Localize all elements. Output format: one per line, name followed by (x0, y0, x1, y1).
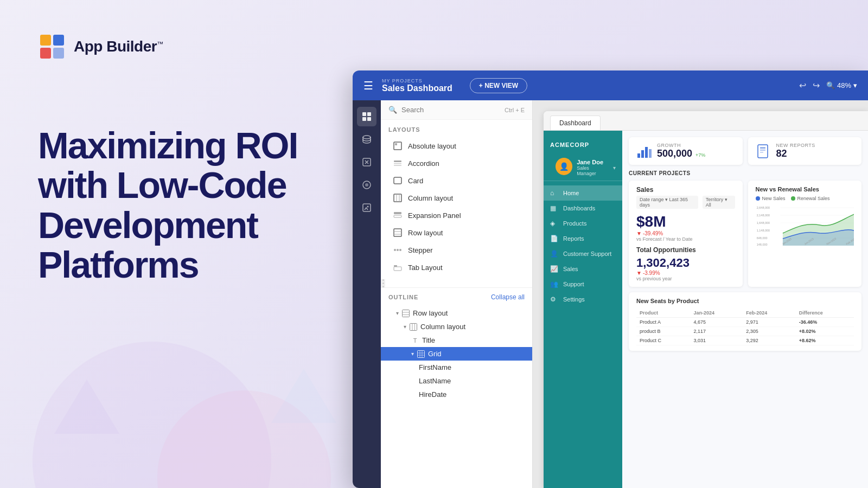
panel-separator (381, 279, 385, 287)
product-b-diff: +8.02% (796, 327, 854, 336)
outline-grid-label: Grid (428, 350, 442, 358)
dashboard-main: GROWTH 500,000 +7% (622, 131, 868, 488)
nav-item-support[interactable]: 👥 Support (544, 277, 622, 292)
component-stepper[interactable]: Stepper (388, 241, 525, 259)
col-product: Product (636, 309, 691, 318)
dashboard-tab[interactable]: Dashboard (550, 115, 601, 130)
zoom-control[interactable]: 🔍 48% ▾ (826, 81, 857, 89)
opportunities-change: ▼ -3.99% (636, 270, 735, 276)
search-input[interactable] (401, 106, 500, 114)
product-b-jan: 2,117 (691, 327, 743, 336)
redo-button[interactable]: ↪ (813, 80, 820, 91)
outline-column-layout[interactable]: ▾ Column layout (381, 320, 532, 333)
table-row: product B 2,117 2,305 +8.02% (636, 327, 854, 336)
nav-item-settings[interactable]: ⚙ Settings (544, 292, 622, 307)
settings-icon: ⚙ (550, 296, 559, 303)
svg-rect-43 (418, 350, 425, 357)
date-filter[interactable]: Date range ▾ Last 365 days (636, 196, 698, 209)
headline: Maximizing ROI with Low-Code Development… (38, 126, 342, 285)
product-b-name: product B (636, 327, 691, 336)
nav-item-products[interactable]: ◈ Products (544, 216, 622, 231)
app-builder-panel: ☰ MY PROJECTS Sales Dashboard + NEW VIEW… (353, 70, 868, 488)
svg-rect-23 (394, 177, 401, 184)
brand-name: ACMECORP (544, 137, 622, 155)
outline-grid[interactable]: ▾ Grid (381, 347, 532, 361)
sidebar-icon-assets[interactable] (357, 198, 376, 217)
sales-change-label: vs Forecast / Year to Date (636, 236, 735, 242)
product-c-feb: 3,292 (743, 336, 796, 345)
hamburger-menu-icon[interactable]: ☰ (363, 79, 373, 92)
growth-value: 500,000 (657, 148, 692, 159)
sidebar-icon-components[interactable] (357, 107, 376, 126)
opportunities-section: Total Opportunities 1,302,423 ▼ -3.99% v… (636, 246, 735, 281)
svg-rect-7 (53, 48, 64, 59)
table-row: Product C 3,031 3,292 +8.62% (636, 336, 854, 345)
grid-outline-icon (417, 350, 425, 358)
decorative-shapes (0, 271, 380, 488)
headline-line1: Maximizing ROI (38, 125, 297, 166)
accordion-label: Accordion (408, 159, 439, 168)
outline-row-layout[interactable]: ▾ Row layout (381, 306, 532, 320)
component-expansion-panel[interactable]: Expansion Panel (388, 207, 525, 224)
app-header: ☰ MY PROJECTS Sales Dashboard + NEW VIEW… (353, 70, 868, 100)
svg-rect-29 (394, 229, 401, 236)
dashboard-preview: Dashboard ACMECORP 👤 Jane Doe Sales Mana… (544, 111, 868, 488)
undo-button[interactable]: ↩ (799, 80, 806, 91)
product-c-diff: +8.62% (796, 336, 854, 345)
svg-point-34 (399, 249, 401, 251)
logo-area: App Builder™ (38, 33, 342, 61)
sales-card: Sales Date range ▾ Last 365 days Territo… (629, 181, 743, 287)
sidebar-icon-variables[interactable] (357, 152, 376, 172)
products-icon: ◈ (550, 220, 559, 227)
nav-item-sales[interactable]: 📈 Sales (544, 261, 622, 277)
svg-rect-11 (367, 117, 371, 121)
project-label: MY PROJECTS (382, 78, 452, 84)
component-column-layout[interactable]: Column layout (388, 189, 525, 207)
chevron-down-icon: ▾ (404, 324, 406, 330)
outline-lastname[interactable]: LastName (381, 374, 532, 388)
component-absolute-layout[interactable]: Absolute layout (388, 137, 525, 155)
collapse-all-button[interactable]: Collapse all (491, 293, 525, 301)
outline-firstname[interactable]: FirstName (381, 361, 532, 374)
svg-text:2,648,000: 2,648,000 (756, 206, 769, 209)
product-c-jan: 3,031 (691, 336, 743, 345)
nav-item-reports[interactable]: 📄 Reports (544, 231, 622, 246)
stepper-label: Stepper (408, 246, 433, 254)
row-layout-icon (393, 228, 403, 237)
outline-column-layout-label: Column layout (420, 323, 465, 331)
outline-title[interactable]: T Title (381, 333, 532, 347)
nav-item-home[interactable]: ⌂ Home (544, 185, 622, 201)
outline-hiredate[interactable]: HireDate (381, 388, 532, 401)
legend-renewal-sales-dot (791, 196, 795, 201)
dashboards-icon: ▦ (550, 204, 559, 212)
nav-item-customer-support[interactable]: 👤 Customer Support (544, 246, 622, 261)
nav-sales-label: Sales (563, 266, 578, 272)
svg-point-15 (365, 183, 368, 187)
product-a-feb: 2,971 (743, 318, 796, 327)
legend-renewal-sales-label: Renewal Sales (797, 196, 830, 201)
tab-layout-label: Tab Layout (408, 264, 443, 272)
component-row-layout[interactable]: Row layout (388, 224, 525, 241)
component-card[interactable]: Card (388, 172, 525, 189)
new-view-button[interactable]: + NEW VIEW (470, 78, 527, 93)
svg-rect-37 (403, 310, 410, 317)
sidebar-icon-data[interactable] (357, 130, 376, 149)
sales-chart: 2,648,000 2,148,000 1,648,000 1,148,000 … (756, 203, 854, 247)
headline-line3: Development (38, 204, 258, 246)
territory-filter[interactable]: Territory ▾ All (703, 196, 735, 209)
svg-rect-24 (394, 194, 401, 202)
component-accordion[interactable]: Accordion (388, 155, 525, 172)
header-actions: ↩ ↪ 🔍 48% ▾ (799, 80, 857, 91)
svg-text:648,000: 648,000 (756, 236, 767, 240)
expansion-panel-label: Expansion Panel (408, 211, 461, 220)
sidebar-icon-theme[interactable] (357, 175, 376, 195)
svg-rect-21 (394, 163, 401, 164)
zoom-dropdown-icon: ▾ (853, 81, 857, 89)
nav-item-dashboards[interactable]: ▦ Dashboards (544, 201, 622, 216)
search-icon: 🔍 (388, 106, 397, 114)
svg-rect-4 (40, 35, 51, 46)
outline-section: OUTLINE Collapse all ▾ Row layout ▾ Colu… (381, 287, 532, 488)
svg-rect-6 (40, 48, 51, 59)
svg-point-0 (33, 342, 271, 488)
component-tab-layout[interactable]: Tab Layout (388, 259, 525, 276)
